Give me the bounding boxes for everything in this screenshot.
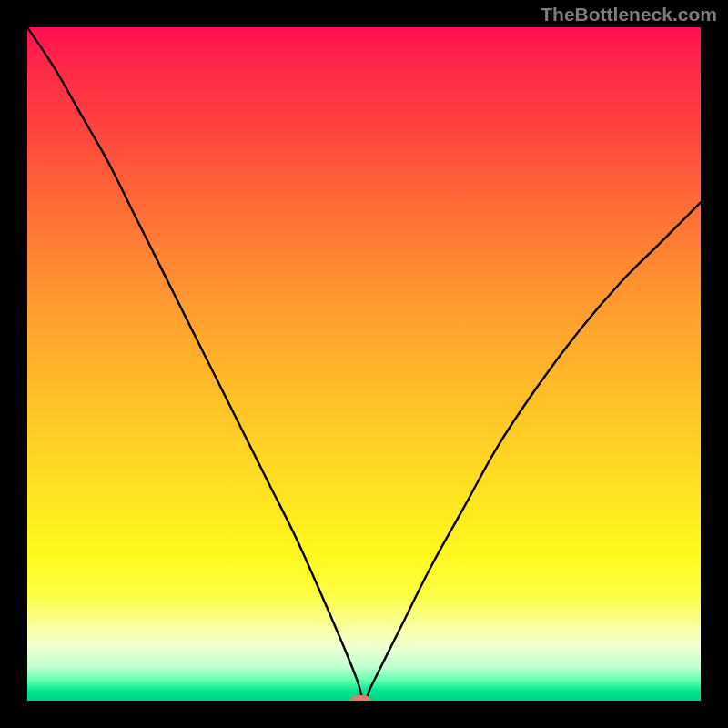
chart-root: TheBottleneck.com [0, 0, 728, 728]
attribution-text: TheBottleneck.com [541, 4, 717, 25]
optimal-marker [350, 695, 370, 701]
curve-svg [27, 27, 701, 701]
plot-area [27, 27, 701, 701]
bottleneck-curve [27, 27, 701, 701]
